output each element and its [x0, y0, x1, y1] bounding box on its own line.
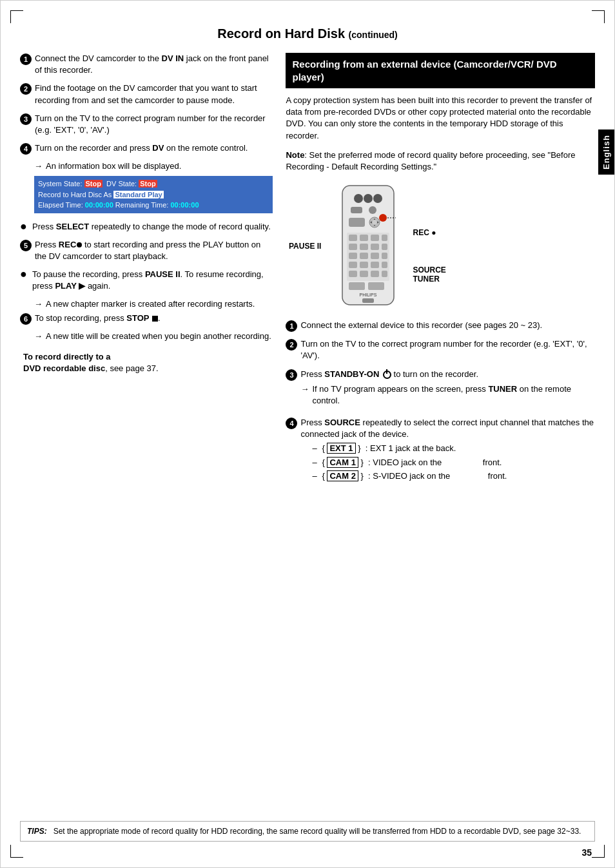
- svg-rect-30: [382, 262, 387, 268]
- step-6: 6 To stop recording, press STOP .: [20, 313, 273, 325]
- dash-2-content: { CAM 1 } : VIDEO jack on the front.: [322, 457, 502, 468]
- step-6-num: 6: [20, 313, 32, 325]
- step-1: 1 Connect the DV camcorder to the DV IN …: [20, 53, 273, 76]
- code-ext1: EXT 1: [327, 443, 355, 454]
- info-box-line2: Record to Hard Disc As Standard Play: [38, 189, 269, 200]
- svg-rect-17: [371, 235, 379, 241]
- page-number: 35: [581, 847, 592, 858]
- section-header: Recording from an external device (Camco…: [286, 53, 595, 88]
- dash-3-content: { CAM 2 } : S-VIDEO jack on the front.: [322, 470, 507, 482]
- svg-rect-31: [349, 271, 357, 277]
- source-label: SOURCE: [413, 265, 445, 275]
- dash-item-1: – { EXT 1 } : EXT 1 jack at the back.: [312, 443, 595, 454]
- dash-1-content: { EXT 1 } : EXT 1 jack at the back.: [322, 443, 456, 454]
- dash-3: –: [312, 470, 318, 482]
- note-text: Note: Set the preferred mode of record q…: [286, 149, 595, 173]
- svg-rect-32: [360, 271, 368, 277]
- corner-mark-tr: [592, 10, 605, 23]
- bullet-dot-2: ●: [20, 268, 29, 280]
- right-step-1: 1 Connect the external device to this re…: [286, 320, 595, 332]
- svg-text:PHILIPS: PHILIPS: [360, 293, 377, 297]
- svg-rect-4: [351, 207, 362, 213]
- pause-arrow: → A new chapter marker is created after …: [34, 299, 273, 309]
- step-1-num: 1: [20, 53, 32, 65]
- step-3-content: Turn on the TV to the correct program nu…: [35, 113, 273, 136]
- svg-rect-24: [360, 253, 368, 259]
- step-2-content: Find the footage on the DV camcorder tha…: [35, 82, 273, 106]
- right-step-1-num: 1: [286, 320, 297, 332]
- remaining-time: 00:00:00: [170, 201, 199, 209]
- corner-mark-bl: [10, 845, 23, 858]
- svg-rect-19: [349, 244, 357, 250]
- svg-point-13: [379, 214, 387, 222]
- right-step-3-arrow: → If no TV program appears on the screen…: [300, 383, 595, 407]
- svg-point-12: [372, 220, 377, 225]
- code-cam1: CAM 1: [327, 457, 358, 468]
- info-box-line3: Elapsed Time: 00:00:00 Remaining Time: 0…: [38, 200, 269, 211]
- dash-list: – { EXT 1 } : EXT 1 jack at the back. – …: [312, 443, 595, 482]
- svg-rect-27: [349, 262, 357, 268]
- bullet-pause: ● To pause the recording, press PAUSE II…: [20, 269, 273, 292]
- two-column-layout: 1 Connect the DV camcorder to the DV IN …: [20, 53, 595, 490]
- info-box: System State: Stop DV State: Stop Record…: [34, 176, 273, 213]
- code-cam2: CAM 2: [327, 470, 358, 481]
- right-step-4-num: 4: [286, 418, 297, 429]
- bullet-dot-1: ●: [20, 220, 29, 232]
- step-2: 2 Find the footage on the DV camcorder t…: [20, 82, 273, 106]
- elapsed-time: 00:00:00: [85, 201, 113, 209]
- step-5: 5 Press REC to start recording and press…: [20, 239, 273, 262]
- page-title: Record on Hard Disk (continued): [20, 26, 595, 41]
- svg-rect-20: [360, 244, 368, 250]
- remote-right-labels: REC ● SOURCE TUNER: [413, 204, 445, 288]
- stop1: Stop: [84, 180, 102, 188]
- corner-mark-tl: [10, 10, 23, 23]
- right-step-3: 3 Press STANDBY-ON to turn on the record…: [286, 369, 595, 411]
- step-5-content: Press REC to start recording and press t…: [35, 239, 273, 262]
- svg-rect-29: [371, 262, 379, 268]
- svg-rect-36: [368, 282, 384, 290]
- step-3: 3 Turn on the TV to the correct program …: [20, 113, 273, 136]
- copy-protection-text: A copy protection system has been built …: [286, 95, 595, 142]
- remote-pause-label: PAUSE II: [286, 242, 321, 251]
- svg-rect-6: [349, 218, 365, 227]
- rec-label: REC ●: [413, 228, 445, 237]
- right-step-1-content: Connect the external device to this reco…: [300, 320, 595, 331]
- right-step-3-content: Press STANDBY-ON to turn on the recorder…: [300, 369, 595, 411]
- arrow-icon: →: [34, 161, 43, 171]
- right-step-3-num: 3: [286, 369, 297, 381]
- svg-rect-28: [360, 262, 368, 268]
- svg-rect-15: [349, 235, 357, 241]
- dash-item-3: – { CAM 2 } : S-VIDEO jack on the front.: [312, 470, 595, 482]
- dash-item-2: – { CAM 1 } : VIDEO jack on the front.: [312, 457, 595, 468]
- step-6-arrow-text: A new title will be created when you beg…: [46, 331, 271, 341]
- title-continued: (continued): [349, 30, 398, 40]
- svg-rect-18: [382, 235, 387, 241]
- step-2-num: 2: [20, 83, 32, 95]
- svg-point-3: [373, 194, 382, 203]
- step-4-arrow: → An information box will be displayed.: [34, 161, 273, 171]
- right-step-4: 4 Press SOURCE repeatedly to select the …: [286, 417, 595, 484]
- right-step-2-content: Turn on the TV to the correct program nu…: [300, 338, 595, 362]
- svg-rect-35: [349, 282, 365, 290]
- info-box-line1: System State: Stop DV State: Stop: [38, 178, 269, 189]
- pause-arrow-text: A new chapter marker is created after re…: [46, 299, 255, 309]
- right-step-2: 2 Turn on the TV to the correct program …: [286, 338, 595, 362]
- bullet-pause-content: To pause the recording, press PAUSE II. …: [32, 269, 273, 292]
- source-tuner-labels: SOURCE TUNER: [413, 265, 445, 284]
- left-column: 1 Connect the DV camcorder to the DV IN …: [20, 53, 273, 490]
- tips-label: TIPS:: [27, 825, 47, 837]
- right-step-2-num: 2: [286, 339, 297, 351]
- tips-text: Set the appropriate mode of record quali…: [54, 825, 581, 837]
- step-4-arrow-text: An information box will be displayed.: [46, 161, 181, 171]
- svg-rect-22: [382, 244, 387, 250]
- english-tab: English: [598, 130, 614, 175]
- step-6-content: To stop recording, press STOP .: [35, 313, 273, 324]
- stop-sym: [152, 316, 158, 322]
- rec-dot: [77, 242, 82, 247]
- svg-rect-16: [360, 235, 368, 241]
- page: English Record on Hard Disk (continued) …: [0, 0, 615, 868]
- step-4-num: 4: [20, 143, 32, 155]
- arrow-icon-2: →: [34, 299, 43, 309]
- bullet-select-content: Press SELECT repeatedly to change the mo…: [32, 221, 273, 233]
- svg-rect-34: [382, 271, 387, 277]
